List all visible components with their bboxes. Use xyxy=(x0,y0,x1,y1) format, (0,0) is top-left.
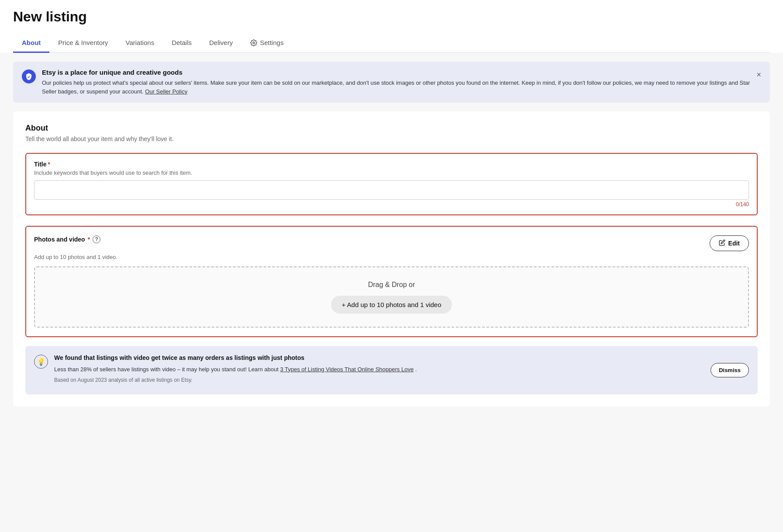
photos-header: Photos and video * ? Edit xyxy=(34,235,749,251)
tab-price-inventory-label: Price & Inventory xyxy=(58,39,108,46)
pencil-icon xyxy=(719,239,725,247)
tab-delivery-label: Delivery xyxy=(209,39,233,46)
tab-about-label: About xyxy=(22,39,41,46)
photos-help-icon[interactable]: ? xyxy=(93,235,100,243)
title-field-label: Title * xyxy=(34,161,749,168)
tab-settings-label: Settings xyxy=(260,39,283,46)
tab-price-inventory[interactable]: Price & Inventory xyxy=(49,34,117,53)
video-tip-banner: 💡 We found that listings with video get … xyxy=(25,346,758,394)
policy-banner-body: Our policies help us protect what's spec… xyxy=(42,79,761,96)
video-tip-link[interactable]: 3 Types of Listing Videos That Online Sh… xyxy=(280,366,414,373)
banner-close-button[interactable]: × xyxy=(755,69,763,81)
tab-variations[interactable]: Variations xyxy=(117,34,163,53)
tab-nav: About Price & Inventory Variations Detai… xyxy=(13,34,770,53)
policy-banner-title: Etsy is a place for unique and creative … xyxy=(42,69,761,76)
title-input[interactable] xyxy=(34,180,749,200)
photos-edit-button[interactable]: Edit xyxy=(710,235,749,251)
header: New listing About Price & Inventory Vari… xyxy=(0,0,783,53)
tab-details-label: Details xyxy=(172,39,192,46)
tab-about[interactable]: About xyxy=(13,34,49,53)
title-char-count: 0/140 xyxy=(34,201,749,207)
policy-banner: Etsy is a place for unique and creative … xyxy=(13,62,770,103)
bulb-icon: 💡 xyxy=(34,355,48,369)
photos-title: Photos and video * ? xyxy=(34,235,100,243)
tab-details[interactable]: Details xyxy=(163,34,200,53)
photos-field-block: Photos and video * ? Edit xyxy=(25,226,758,337)
video-tip-title: We found that listings with video get tw… xyxy=(54,354,417,363)
photos-subtitle: Add up to 10 photos and 1 video. xyxy=(34,254,749,260)
add-photos-button[interactable]: + Add up to 10 photos and 1 video xyxy=(331,296,452,314)
title-required-star: * xyxy=(48,161,50,168)
tab-variations-label: Variations xyxy=(126,39,155,46)
add-photos-button-label: + Add up to 10 photos and 1 video xyxy=(341,301,441,308)
video-tip-date-note: Based on August 2023 analysis of all act… xyxy=(54,376,417,384)
gear-icon xyxy=(250,39,257,46)
seller-policy-link[interactable]: Our Seller Policy xyxy=(145,88,187,95)
dismiss-button[interactable]: Dismiss xyxy=(711,363,749,377)
edit-button-label: Edit xyxy=(728,240,740,247)
about-section-card: About Tell the world all about your item… xyxy=(13,111,770,407)
title-field-block: Title * Include keywords that buyers wou… xyxy=(25,153,758,215)
title-field-hint: Include keywords that buyers would use t… xyxy=(34,169,749,176)
tab-delivery[interactable]: Delivery xyxy=(200,34,241,53)
policy-banner-text: Etsy is a place for unique and creative … xyxy=(42,69,761,96)
shield-icon xyxy=(22,69,36,83)
dropzone-label: Drag & Drop or xyxy=(368,281,415,289)
tab-settings[interactable]: Settings xyxy=(241,34,292,53)
page-title: New listing xyxy=(13,9,770,25)
about-section-title: About xyxy=(25,124,758,133)
main-content: Etsy is a place for unique and creative … xyxy=(0,53,783,532)
page-wrapper: New listing About Price & Inventory Vari… xyxy=(0,0,783,532)
about-section-subtitle: Tell the world all about your item and w… xyxy=(25,135,758,142)
photos-required-star: * xyxy=(88,236,90,243)
video-tip-text: We found that listings with video get tw… xyxy=(54,354,417,387)
dropzone[interactable]: Drag & Drop or + Add up to 10 photos and… xyxy=(34,266,749,328)
video-tip-body: Less than 28% of sellers have listings w… xyxy=(54,365,417,374)
svg-point-0 xyxy=(253,42,255,44)
